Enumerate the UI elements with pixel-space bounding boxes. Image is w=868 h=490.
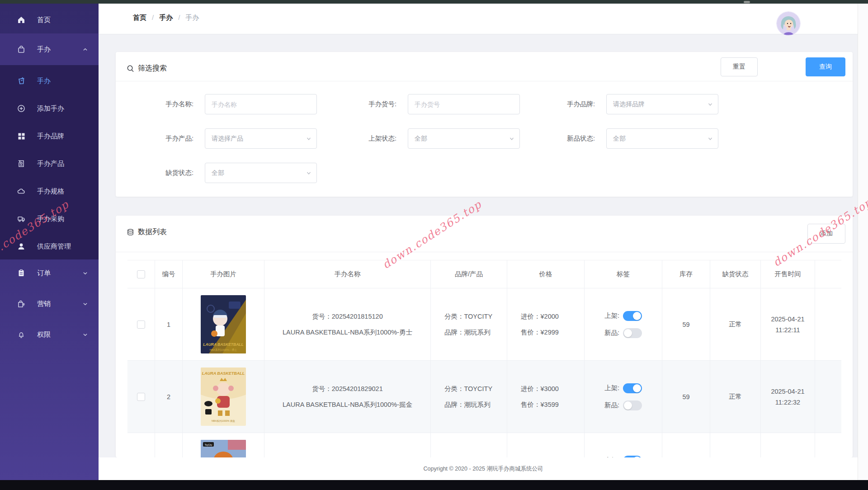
bell-icon bbox=[17, 330, 25, 339]
bag-arrow-up-icon bbox=[17, 300, 25, 308]
list-title-row: 数据列表 bbox=[127, 226, 167, 237]
cell-sku: 货号：20254201815120 bbox=[312, 312, 382, 321]
filter-title: 筛选搜索 bbox=[138, 64, 167, 73]
sidebar-item-label: 营销 bbox=[37, 300, 51, 308]
figure-cup-icon bbox=[17, 77, 25, 85]
shopping-bag-icon bbox=[17, 45, 25, 53]
cell-status bbox=[710, 433, 761, 457]
figure-product-select[interactable]: 请选择产品 bbox=[205, 128, 317, 149]
new-label: 新品: bbox=[604, 401, 619, 410]
product-image-toycity-boy[interactable]: ToyCity bbox=[201, 440, 246, 457]
new-toggle[interactable] bbox=[623, 328, 642, 338]
database-icon bbox=[127, 228, 134, 236]
cell-category: 分类：TOYCITY bbox=[444, 385, 492, 393]
row-checkbox[interactable] bbox=[137, 320, 145, 329]
select-all-checkbox[interactable] bbox=[137, 270, 145, 278]
browser-scrollbar-track[interactable] bbox=[858, 4, 868, 480]
sidebar-item-figures[interactable]: 手办 bbox=[0, 33, 99, 65]
figure-sku-input[interactable] bbox=[408, 94, 520, 114]
cell-time: 11:22:32 bbox=[775, 399, 800, 406]
cell-actions bbox=[815, 288, 841, 361]
sidebar-subitem-figure-purchase[interactable]: 手办采购 bbox=[0, 205, 99, 232]
cell-stock: 59 bbox=[662, 361, 710, 433]
breadcrumb-home[interactable]: 首页 bbox=[133, 14, 146, 22]
sidebar-item-marketing[interactable]: 营销 bbox=[0, 290, 99, 317]
sidebar-subitem-figure-brands[interactable]: 手办品牌 bbox=[0, 122, 99, 150]
sidebar-item-permissions[interactable]: 权限 bbox=[0, 321, 99, 348]
cell-category: 分类：TOYCITY bbox=[444, 312, 492, 321]
svg-text:NBA系列1000% 掘金: NBA系列1000% 掘金 bbox=[212, 419, 235, 422]
product-image-warriors[interactable]: LAURA BASKETBALL NBA系列1000%—勇士 bbox=[201, 295, 246, 353]
top-header: 首页 / 手办 / 手办 bbox=[99, 4, 868, 34]
table-row: 2 LAURA BASKETBALL bbox=[127, 361, 841, 433]
table-row: 3 ToyCity 货号 bbox=[127, 433, 841, 457]
top-chrome-handle bbox=[744, 1, 750, 3]
col-header-tags: 标签 bbox=[585, 260, 662, 288]
breadcrumb: 首页 / 手办 / 手办 bbox=[133, 14, 199, 22]
sidebar-item-label: 首页 bbox=[37, 16, 51, 24]
cell-price-out: 售价：¥3599 bbox=[521, 400, 559, 409]
product-badge-icon bbox=[17, 160, 25, 168]
chevron-down-icon bbox=[83, 332, 88, 337]
breadcrumb-separator: / bbox=[152, 14, 154, 22]
field-label-brand: 手办品牌: bbox=[534, 100, 606, 108]
sidebar-subitem-label: 手办品牌 bbox=[37, 132, 64, 141]
cell-stock bbox=[662, 433, 710, 457]
figure-name-input[interactable] bbox=[205, 94, 317, 114]
svg-text:LAURA BASKETBALL: LAURA BASKETBALL bbox=[203, 342, 243, 347]
col-header-price: 价格 bbox=[507, 260, 585, 288]
sidebar-subitem-label: 手办规格 bbox=[37, 187, 64, 196]
sidebar-subitem-figures[interactable]: 手办 bbox=[0, 67, 99, 94]
cell-num: 2 bbox=[155, 361, 183, 433]
sidebar-subitem-label: 手办采购 bbox=[37, 215, 64, 223]
chevron-down-icon bbox=[307, 137, 311, 141]
list-title: 数据列表 bbox=[138, 227, 167, 237]
search-button[interactable]: 查询 bbox=[806, 57, 845, 76]
grid-icon bbox=[17, 132, 25, 140]
row-checkbox[interactable] bbox=[137, 393, 145, 401]
new-toggle[interactable] bbox=[623, 400, 642, 410]
col-header-stock: 库存 bbox=[662, 260, 710, 288]
sidebar-item-home[interactable]: 首页 bbox=[0, 6, 99, 33]
outofstock-status-select[interactable]: 全部 bbox=[205, 163, 317, 183]
bottom-chrome-bar bbox=[0, 480, 868, 490]
sidebar-subitem-figure-products[interactable]: 手办产品 bbox=[0, 150, 99, 177]
sidebar-subitem-add-figure[interactable]: 添加手办 bbox=[0, 95, 99, 122]
product-image-nuggets[interactable]: LAURA BASKETBALL NBA系列1000% 掘金 bbox=[201, 368, 246, 426]
sidebar-subitem-figure-specs[interactable]: 手办规格 bbox=[0, 178, 99, 205]
sidebar-item-orders[interactable]: 订单 bbox=[0, 259, 99, 287]
cloud-icon bbox=[17, 187, 25, 195]
add-button[interactable]: 添加 bbox=[807, 224, 845, 244]
breadcrumb-current: 手办 bbox=[185, 14, 199, 22]
cell-date: 2025-04-21 bbox=[771, 388, 804, 395]
cell-actions bbox=[815, 361, 841, 433]
sidebar-subitem-label: 供应商管理 bbox=[37, 242, 71, 251]
home-icon bbox=[17, 16, 25, 24]
main-content: 筛选搜索 重置 查询 手办名称: 手办货号: 手办品牌: 请选择品牌 bbox=[99, 34, 868, 480]
field-label-new-status: 新品状态: bbox=[534, 134, 606, 143]
cell-sku: 货号：20254201829021 bbox=[312, 385, 382, 393]
figure-brand-select[interactable]: 请选择品牌 bbox=[606, 94, 718, 114]
cell-price-out: 售价：¥2999 bbox=[521, 328, 559, 337]
chevron-down-icon bbox=[83, 271, 88, 276]
field-label-outofstock-status: 缺货状态: bbox=[132, 169, 205, 177]
cell-brand: 品牌：潮玩系列 bbox=[444, 328, 491, 337]
divider bbox=[116, 252, 853, 252]
onsale-toggle[interactable] bbox=[623, 311, 642, 321]
reset-button[interactable]: 重置 bbox=[721, 57, 758, 76]
breadcrumb-figures[interactable]: 手办 bbox=[159, 14, 173, 22]
onsale-status-select[interactable]: 全部 bbox=[408, 128, 520, 149]
filter-card: 筛选搜索 重置 查询 手办名称: 手办货号: 手办品牌: 请选择品牌 bbox=[116, 52, 853, 197]
figure-sku-input-field[interactable] bbox=[415, 101, 513, 108]
figure-name-input-field[interactable] bbox=[212, 101, 310, 108]
cell-num: 1 bbox=[155, 288, 183, 361]
new-label: 新品: bbox=[604, 329, 619, 337]
onsale-toggle[interactable] bbox=[623, 383, 642, 393]
sidebar-subitem-supplier-management[interactable]: 供应商管理 bbox=[0, 233, 99, 260]
breadcrumb-separator: / bbox=[178, 14, 180, 22]
user-avatar[interactable] bbox=[777, 12, 800, 35]
new-status-select[interactable]: 全部 bbox=[606, 128, 718, 149]
col-header-name: 手办名称 bbox=[264, 260, 431, 288]
filter-title-row: 筛选搜索 bbox=[127, 63, 167, 74]
onsale-label: 上架: bbox=[604, 311, 619, 320]
